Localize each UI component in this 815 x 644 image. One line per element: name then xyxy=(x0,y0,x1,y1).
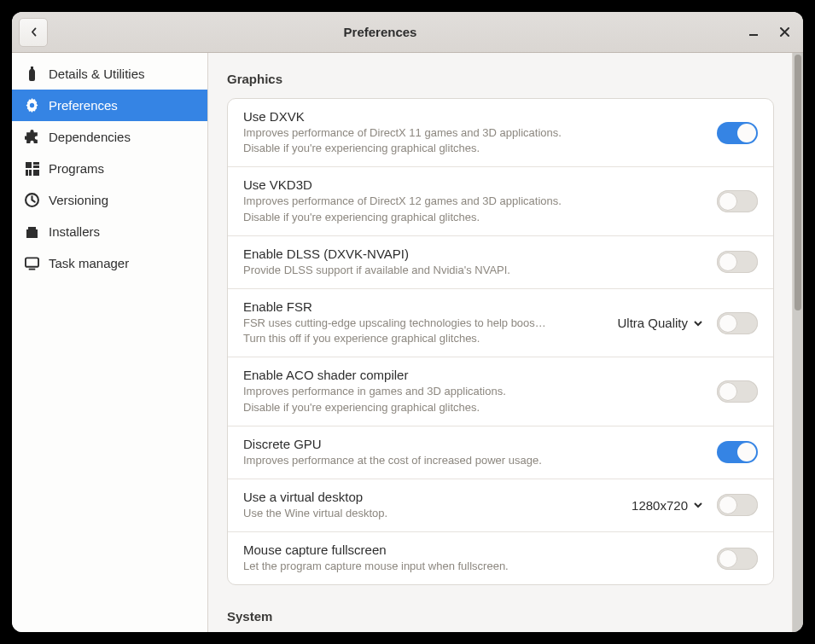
row-subtitle: Turn this off if you experience graphica… xyxy=(243,331,603,346)
window-controls xyxy=(742,20,796,44)
group-title-graphics: Graphics xyxy=(227,72,774,86)
sidebar-item-label: Installers xyxy=(49,224,100,239)
toggle-discrete-gpu[interactable] xyxy=(717,441,758,463)
chevron-down-icon xyxy=(693,318,703,328)
minimize-button[interactable] xyxy=(742,20,766,44)
row-subtitle: Disable if you're experiencing graphical… xyxy=(243,210,705,225)
window: Preferences Details & Utilities Preferen… xyxy=(12,12,803,632)
toggle-dlss[interactable] xyxy=(717,251,758,273)
sidebar-item-details[interactable]: Details & Utilities xyxy=(12,58,207,90)
sidebar-item-dependencies[interactable]: Dependencies xyxy=(12,121,207,153)
row-title: Enable FSR xyxy=(243,299,603,314)
svg-rect-1 xyxy=(26,162,32,168)
select-value: 1280x720 xyxy=(632,498,688,513)
row-subtitle: Use the Wine virtual desktop. xyxy=(243,506,618,521)
monitor-icon xyxy=(25,257,39,270)
scrollbar[interactable] xyxy=(792,53,803,632)
close-button[interactable] xyxy=(772,20,796,44)
toggle-vkd3d[interactable] xyxy=(717,190,758,212)
chevron-down-icon xyxy=(693,500,703,510)
row-subtitle: FSR uses cutting-edge upscaling technolo… xyxy=(243,316,603,331)
row-title: Use DXVK xyxy=(243,109,705,124)
row-title: Mouse capture fullscreen xyxy=(243,542,705,557)
fsr-quality-select[interactable]: Ultra Quality xyxy=(615,312,705,334)
toggle-fsr[interactable] xyxy=(717,312,758,334)
content: Graphics Use DXVK Improves performance o… xyxy=(208,53,803,632)
row-title: Use a virtual desktop xyxy=(243,490,618,504)
sidebar-item-installers[interactable]: Installers xyxy=(12,216,207,247)
sidebar: Details & Utilities Preferences Dependen… xyxy=(12,53,208,632)
row-subtitle: Improves performance at the cost of incr… xyxy=(243,453,705,468)
row-subtitle: Disable if you're experiencing graphical… xyxy=(243,400,705,415)
headerbar: Preferences xyxy=(12,12,803,53)
row-title: Enable DLSS (DXVK-NVAPI) xyxy=(243,247,705,261)
row-subtitle: Provide DLSS support if available and Nv… xyxy=(243,263,705,278)
row-title: Enable ACO shader compiler xyxy=(243,368,705,382)
row-subtitle: Let the program capture mouse input when… xyxy=(243,559,705,574)
row-title: Discrete GPU xyxy=(243,437,705,451)
sidebar-item-preferences[interactable]: Preferences xyxy=(12,90,207,121)
row-aco: Enable ACO shader compiler Improves perf… xyxy=(228,357,773,426)
svg-rect-6 xyxy=(33,170,39,176)
row-subtitle: Improves performance in games and 3D app… xyxy=(243,384,705,399)
graphics-card: Use DXVK Improves performance of DirectX… xyxy=(227,98,774,585)
grid-icon xyxy=(25,162,39,176)
sidebar-item-programs[interactable]: Programs xyxy=(12,153,207,184)
svg-rect-3 xyxy=(33,165,39,168)
svg-rect-5 xyxy=(29,170,32,176)
svg-rect-2 xyxy=(33,162,39,165)
sidebar-item-label: Programs xyxy=(49,161,104,176)
package-icon xyxy=(25,224,39,239)
gear-icon xyxy=(25,98,39,113)
svg-rect-8 xyxy=(26,258,38,266)
row-subtitle: Improves performance of DirectX 11 games… xyxy=(243,125,705,141)
sidebar-item-label: Task manager xyxy=(49,256,129,270)
sidebar-item-label: Dependencies xyxy=(49,130,131,144)
window-title: Preferences xyxy=(19,25,742,39)
row-subtitle: Disable if you're experiencing graphical… xyxy=(243,141,705,156)
row-subtitle: Improves performance of DirectX 12 games… xyxy=(243,194,705,209)
row-discrete-gpu: Discrete GPU Improves performance at the… xyxy=(228,426,773,479)
svg-rect-0 xyxy=(749,34,758,36)
clock-icon xyxy=(25,193,39,207)
toggle-mouse-capture[interactable] xyxy=(717,548,758,570)
bottle-icon xyxy=(25,67,39,81)
row-dlss: Enable DLSS (DXVK-NVAPI) Provide DLSS su… xyxy=(228,236,773,289)
sidebar-item-label: Details & Utilities xyxy=(49,67,145,81)
sidebar-item-label: Preferences xyxy=(49,98,118,113)
row-dxvk: Use DXVK Improves performance of DirectX… xyxy=(228,99,773,167)
body: Details & Utilities Preferences Dependen… xyxy=(12,53,803,632)
virtual-desktop-res-select[interactable]: 1280x720 xyxy=(630,495,705,516)
minimize-icon xyxy=(749,28,758,37)
row-vkd3d: Use VKD3D Improves performance of Direct… xyxy=(228,167,773,235)
group-title-system: System xyxy=(227,609,774,624)
scrollbar-thumb[interactable] xyxy=(795,55,801,310)
close-icon xyxy=(780,27,789,37)
svg-rect-4 xyxy=(26,170,28,176)
sidebar-item-taskmanager[interactable]: Task manager xyxy=(12,247,207,279)
toggle-aco[interactable] xyxy=(717,380,758,403)
toggle-dxvk[interactable] xyxy=(717,122,758,144)
select-value: Ultra Quality xyxy=(617,316,688,330)
row-mouse-capture: Mouse capture fullscreen Let the program… xyxy=(228,532,773,584)
puzzle-icon xyxy=(25,130,39,144)
toggle-virtual-desktop[interactable] xyxy=(717,494,758,516)
sidebar-item-label: Versioning xyxy=(49,193,108,207)
sidebar-item-versioning[interactable]: Versioning xyxy=(12,184,207,216)
row-virtual-desktop: Use a virtual desktop Use the Wine virtu… xyxy=(228,479,773,532)
svg-rect-9 xyxy=(29,268,36,270)
row-fsr: Enable FSR FSR uses cutting-edge upscali… xyxy=(228,289,773,357)
row-title: Use VKD3D xyxy=(243,177,705,192)
